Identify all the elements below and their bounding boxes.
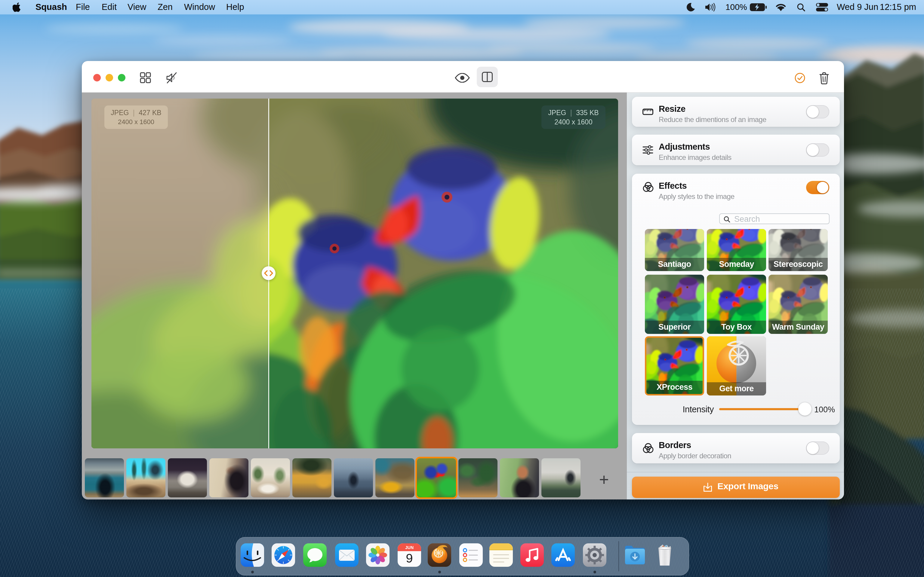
- svg-text:JUN: JUN: [405, 545, 414, 550]
- svg-text:9: 9: [406, 551, 413, 565]
